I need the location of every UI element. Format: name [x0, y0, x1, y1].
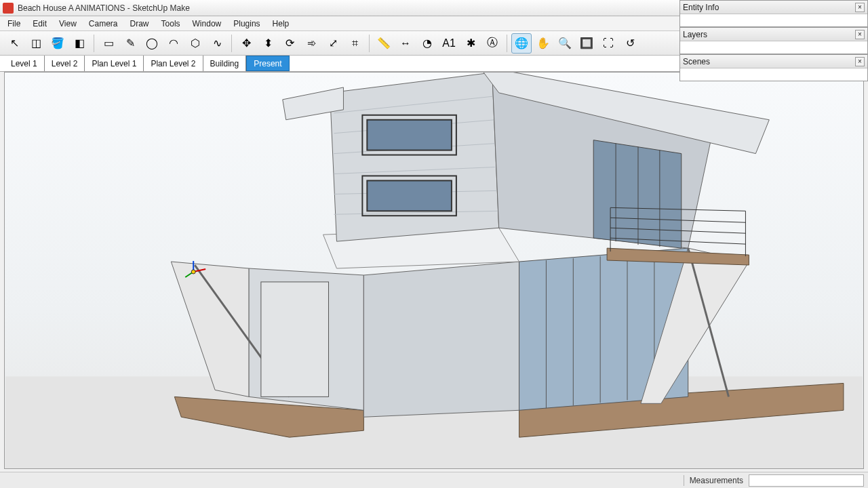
pan-tool[interactable]: ✋ — [533, 33, 553, 54]
eraser-tool[interactable]: ◧ — [69, 33, 90, 54]
make-component-tool[interactable]: ◫ — [26, 33, 46, 54]
zoom-tool[interactable]: 🔍 — [555, 33, 575, 54]
scene-tab-level-1[interactable]: Level 1 — [4, 56, 45, 71]
pushpull-tool[interactable]: ⬍ — [258, 33, 278, 54]
rotate-tool[interactable]: ⟳ — [279, 33, 300, 54]
menu-tools[interactable]: Tools — [155, 18, 186, 30]
arc-tool[interactable]: ◠ — [163, 33, 184, 54]
zoom-extents-tool[interactable]: ⛶ — [598, 33, 618, 54]
svg-marker-25 — [593, 140, 682, 248]
orbit-tool[interactable]: 🌐 — [511, 33, 532, 54]
protractor-tool[interactable]: ◔ — [417, 33, 437, 54]
layers-panel[interactable]: Layers × — [679, 27, 868, 54]
menu-file[interactable]: File — [1, 18, 26, 30]
panel-title-layers: Layers — [683, 30, 707, 39]
close-icon[interactable]: × — [855, 30, 865, 39]
polygon-tool[interactable]: ⬡ — [185, 33, 205, 54]
svg-rect-15 — [261, 282, 329, 396]
select-tool[interactable]: ↖ — [4, 33, 24, 54]
offset-tool[interactable]: ⌗ — [344, 33, 365, 54]
close-icon[interactable]: × — [855, 57, 865, 66]
scenes-panel[interactable]: Scenes × — [679, 54, 868, 81]
scene-tab-level-2[interactable]: Level 2 — [45, 56, 85, 71]
tape-measure-tool[interactable]: 📏 — [374, 33, 394, 54]
line-tool[interactable]: ✎ — [120, 33, 140, 54]
freehand-tool[interactable]: ∿ — [207, 33, 227, 54]
menu-plugins[interactable]: Plugins — [227, 18, 266, 30]
app-icon — [3, 3, 14, 14]
measurements-input[interactable] — [749, 474, 864, 487]
scene-tab-building[interactable]: Building — [203, 56, 247, 71]
scale-tool[interactable]: ⤢ — [323, 33, 343, 54]
scenes-body — [680, 68, 867, 81]
3d-text-tool[interactable]: Ⓐ — [482, 33, 502, 54]
followme-tool[interactable]: ➾ — [301, 33, 321, 54]
panel-title-scenes: Scenes — [683, 57, 710, 66]
toolbar-separator — [231, 35, 232, 52]
rectangle-tool[interactable]: ▭ — [98, 33, 119, 54]
previous-view-tool[interactable]: ↺ — [620, 33, 640, 54]
menu-window[interactable]: Window — [186, 18, 228, 30]
measurements-label: Measurements — [690, 476, 743, 485]
toolbar-separator — [369, 35, 370, 52]
text-tool[interactable]: A1 — [439, 33, 459, 54]
menu-edit[interactable]: Edit — [26, 18, 53, 30]
window-title: Beach House A ANIMATIONS - SketchUp Make — [18, 3, 190, 13]
circle-tool[interactable]: ◯ — [142, 33, 162, 54]
dimension-tool[interactable]: ↔ — [395, 33, 416, 54]
svg-rect-40 — [367, 180, 452, 211]
entity-info-body — [680, 14, 867, 26]
statusbar: Measurements — [0, 472, 868, 488]
toolbar-separator — [507, 35, 507, 52]
close-icon[interactable]: × — [855, 3, 865, 12]
zoom-window-tool[interactable]: 🔲 — [576, 33, 597, 54]
entity-info-panel[interactable]: Entity Info × — [679, 0, 868, 27]
svg-marker-4 — [363, 262, 519, 417]
model-canvas[interactable] — [5, 73, 863, 468]
scene-tab-plan-level-2[interactable]: Plan Level 2 — [144, 56, 203, 71]
move-tool[interactable]: ✥ — [236, 33, 256, 54]
menu-camera[interactable]: Camera — [83, 18, 124, 30]
panel-title-entity-info: Entity Info — [683, 3, 719, 12]
paint-bucket-tool[interactable]: 🪣 — [47, 33, 68, 54]
menu-draw[interactable]: Draw — [124, 18, 155, 30]
layers-body — [680, 41, 867, 54]
menu-view[interactable]: View — [53, 18, 83, 30]
toolbar-separator — [94, 35, 94, 52]
axes-tool[interactable]: ✱ — [460, 33, 481, 54]
svg-point-45 — [191, 270, 195, 274]
menu-help[interactable]: Help — [267, 18, 296, 30]
side-panels: Entity Info × Layers × Scenes × — [679, 0, 868, 81]
scene-tab-plan-level-1[interactable]: Plan Level 1 — [85, 56, 144, 71]
viewport-3d[interactable] — [4, 72, 864, 469]
svg-rect-38 — [367, 120, 452, 150]
scene-tab-present[interactable]: Present — [246, 56, 289, 71]
